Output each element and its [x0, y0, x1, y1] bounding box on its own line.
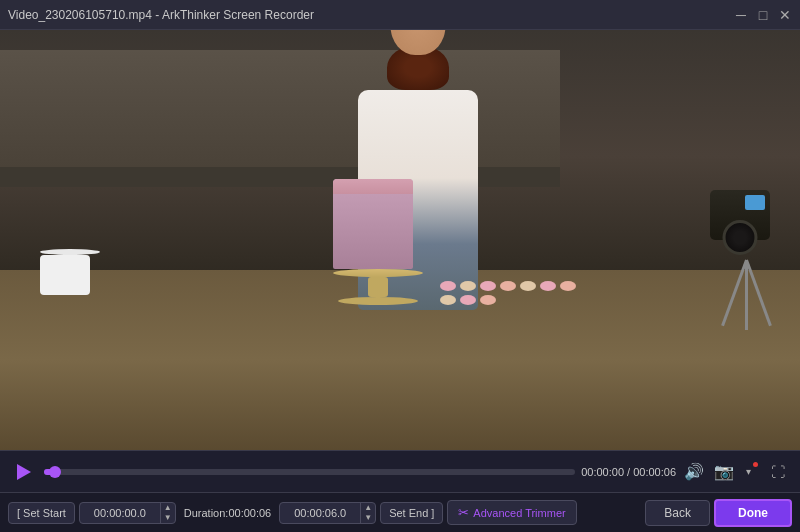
done-button[interactable]: Done — [714, 499, 792, 527]
advanced-trimmer-label: Advanced Trimmer — [473, 507, 565, 519]
macaron — [440, 281, 456, 291]
video-player — [0, 30, 800, 450]
macaron — [560, 281, 576, 291]
time-display: 00:00:00 / 00:00:06 — [581, 466, 676, 478]
macaron — [480, 295, 496, 305]
bracket-open: [ — [17, 507, 20, 519]
window-title: Video_230206105710.mp4 - ArkThinker Scre… — [8, 8, 314, 22]
start-time-up[interactable]: ▲ — [161, 503, 175, 513]
bracket-close: ] — [431, 507, 434, 519]
end-time-input-group: ▲ ▼ — [279, 502, 376, 524]
duration-label: Duration:00:00:06 — [180, 507, 275, 519]
volume-button[interactable]: 🔊 — [682, 460, 706, 484]
macaron — [440, 295, 456, 305]
volume-icon: 🔊 — [684, 462, 704, 481]
start-time-input-group: ▲ ▼ — [79, 502, 176, 524]
cake — [333, 179, 413, 269]
play-icon — [17, 464, 31, 480]
screenshot-group: 📷 ▾ — [712, 460, 760, 484]
progress-bar[interactable] — [44, 469, 575, 475]
camera-prop — [710, 190, 780, 270]
window-controls: ─ □ ✕ — [734, 8, 792, 22]
maximize-button[interactable]: □ — [756, 8, 770, 22]
start-time-down[interactable]: ▼ — [161, 513, 175, 523]
end-time-spinners: ▲ ▼ — [360, 503, 375, 523]
end-time-down[interactable]: ▼ — [361, 513, 375, 523]
cake-plate — [333, 269, 423, 277]
end-time-up[interactable]: ▲ — [361, 503, 375, 513]
start-time-spinners: ▲ ▼ — [160, 503, 175, 523]
camera-lens — [723, 220, 758, 255]
camera-body — [710, 190, 770, 240]
video-frame — [0, 30, 800, 450]
camera-icon: 📷 — [714, 462, 734, 481]
end-time-input[interactable] — [280, 503, 360, 523]
set-start-button[interactable]: [ Set Start — [8, 502, 75, 524]
play-button[interactable] — [10, 458, 38, 486]
tripod-leg-center — [745, 260, 748, 330]
video-content — [0, 30, 800, 450]
set-start-label: Set Start — [23, 507, 66, 519]
set-end-button[interactable]: Set End ] — [380, 502, 443, 524]
fullscreen-button[interactable]: ⛶ — [766, 460, 790, 484]
macaron — [460, 281, 476, 291]
advanced-trimmer-button[interactable]: ✂ Advanced Trimmer — [447, 500, 576, 525]
macaron — [500, 281, 516, 291]
cake-display — [333, 179, 423, 305]
back-button[interactable]: Back — [645, 500, 710, 526]
left-stand — [40, 249, 100, 295]
fullscreen-icon: ⛶ — [771, 464, 785, 480]
macaron — [480, 281, 496, 291]
set-end-label: Set End — [389, 507, 428, 519]
minimize-button[interactable]: ─ — [734, 8, 748, 22]
macaron — [540, 281, 556, 291]
playback-controls: 00:00:00 / 00:00:06 🔊 📷 ▾ ⛶ — [0, 450, 800, 492]
stand-body — [40, 255, 90, 295]
screenshot-dropdown-button[interactable]: ▾ — [736, 460, 760, 484]
cake-pedestal — [368, 277, 388, 297]
progress-handle[interactable] — [49, 466, 61, 478]
cake-base — [338, 297, 418, 305]
macaron — [520, 281, 536, 291]
camera-screen — [745, 195, 765, 210]
screenshot-button[interactable]: 📷 — [712, 460, 736, 484]
chevron-down-icon: ▾ — [746, 466, 751, 477]
close-button[interactable]: ✕ — [778, 8, 792, 22]
start-time-input[interactable] — [80, 503, 160, 523]
title-bar: Video_230206105710.mp4 - ArkThinker Scre… — [0, 0, 800, 30]
action-bar: [ Set Start ▲ ▼ Duration:00:00:06 ▲ ▼ Se… — [0, 492, 800, 532]
macaron-display — [440, 281, 590, 305]
macaron — [460, 295, 476, 305]
scissors-icon: ✂ — [458, 505, 469, 520]
